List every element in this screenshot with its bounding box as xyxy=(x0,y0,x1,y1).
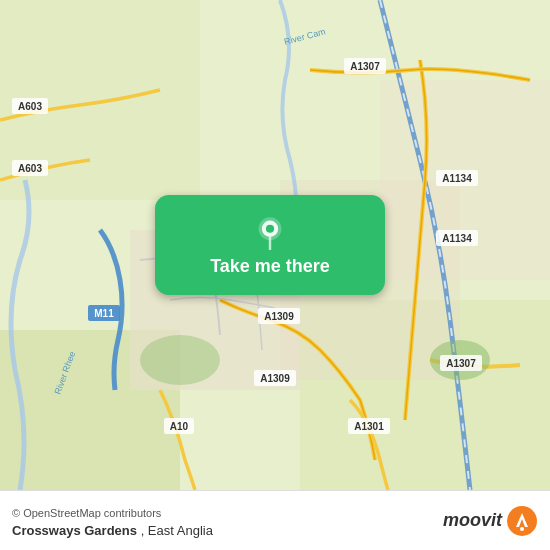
svg-point-8 xyxy=(140,335,220,385)
svg-text:A1134: A1134 xyxy=(442,173,472,184)
svg-point-35 xyxy=(266,224,274,232)
svg-text:A1309: A1309 xyxy=(260,373,290,384)
svg-text:A603: A603 xyxy=(18,163,42,174)
svg-text:A1301: A1301 xyxy=(354,421,384,432)
svg-text:A1307: A1307 xyxy=(446,358,476,369)
svg-text:A1309: A1309 xyxy=(264,311,294,322)
attribution-text: © OpenStreetMap contributors Crossways G… xyxy=(12,503,213,539)
svg-text:A10: A10 xyxy=(170,421,189,432)
moovit-logo: moovit xyxy=(443,505,538,537)
svg-text:A603: A603 xyxy=(18,101,42,112)
cta-button[interactable]: Take me there xyxy=(155,195,385,295)
svg-text:A1307: A1307 xyxy=(350,61,380,72)
location-pin-icon xyxy=(252,214,288,250)
svg-point-36 xyxy=(507,506,537,536)
moovit-icon xyxy=(506,505,538,537)
svg-text:A1134: A1134 xyxy=(442,233,472,244)
location-name: Crossways Gardens xyxy=(12,523,137,538)
moovit-wordmark: moovit xyxy=(443,510,502,531)
bottom-bar: © OpenStreetMap contributors Crossways G… xyxy=(0,490,550,550)
region-label: , East Anglia xyxy=(141,523,213,538)
svg-point-37 xyxy=(520,527,524,531)
svg-text:M11: M11 xyxy=(94,308,114,319)
map-container: A603 A603 A1307 A1134 A1134 M11 A1309 A1… xyxy=(0,0,550,490)
cta-label: Take me there xyxy=(210,256,330,277)
